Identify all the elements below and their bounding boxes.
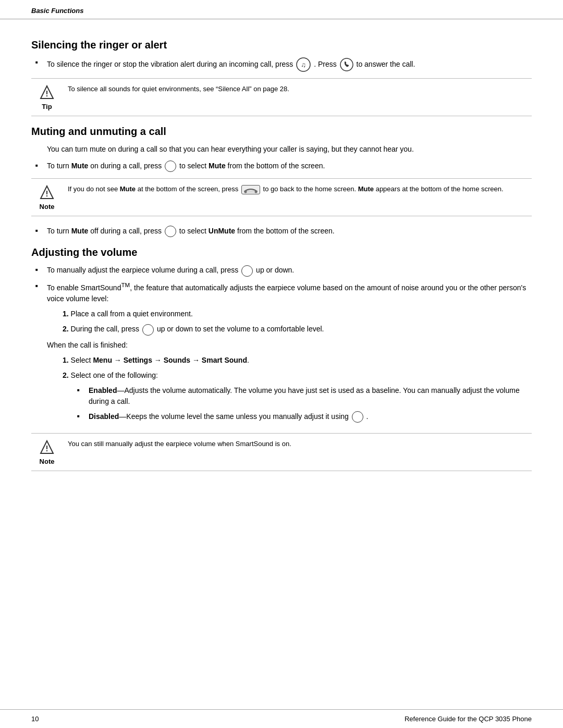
svg-rect-11 (244, 190, 258, 193)
tip-text: To silence all sounds for quiet environm… (68, 84, 532, 94)
mute-off-text-after: to select UnMute from the bottom of the … (179, 227, 335, 235)
sub-bullets: Enabled—Adjusts the volume automatically… (31, 385, 532, 423)
nav-icon-disabled (352, 411, 363, 423)
tip-symbol-icon (39, 84, 55, 103)
silence-text-middle: . Press (314, 60, 338, 68)
when-text: When the call is finished: (31, 340, 532, 351)
disabled-text-after: . (364, 412, 369, 421)
page-number: 10 (31, 715, 39, 723)
section-muting-off: To turn Mute off during a call, press to… (31, 226, 532, 237)
silencing-bullets: To silence the ringer or stop the vibrat… (31, 57, 532, 72)
svg-point-5 (46, 95, 47, 96)
note1-bold2: Mute (358, 185, 374, 193)
step2-2-label: 2. (63, 371, 69, 379)
silence-text-after: to answer the call. (357, 60, 415, 68)
mute-on-text-after: to select Mute from the bottom of the sc… (179, 162, 325, 170)
mute-on-text-before: To turn Mute on during a call, press (47, 162, 164, 170)
silencing-title: Silencing the ringer or alert (31, 39, 532, 51)
page-header: Basic Functions (0, 0, 563, 19)
volume-bullets: To manually adjust the earpiece volume d… (31, 265, 532, 304)
trademark: TM (121, 282, 130, 289)
step2-text-before: During the call, press (71, 325, 141, 333)
note-box-1: Note If you do not see Mute at the botto… (31, 178, 532, 216)
page-footer: 10 Reference Guide for the QCP 3035 Phon… (0, 709, 563, 728)
ringer-stop-icon: ♫ (296, 60, 313, 68)
step2-2-text: Select one of the following: (71, 371, 158, 379)
page-content: Silencing the ringer or alert To silence… (0, 19, 563, 709)
mute-bold2: Mute (209, 162, 226, 170)
volume-title: Adjusting the volume (31, 246, 532, 258)
note-box-2: Note You can still manually adjust the e… (31, 433, 532, 471)
vol-smart-bullet: To enable SmartSoundTM, the feature that… (31, 281, 532, 305)
enabled-bullet: Enabled—Adjusts the volume automatically… (73, 385, 532, 407)
nav-icon-vol-manual (241, 265, 253, 277)
mute-off-bullet: To turn Mute off during a call, press to… (31, 226, 532, 237)
vol-manual-text-after: up or down. (256, 266, 294, 274)
section-volume: Adjusting the volume To manually adjust … (31, 246, 532, 423)
enabled-text: —Adjusts the volume automatically. The v… (89, 386, 520, 405)
vol-step-1: 1. Place a call from a quiet environment… (63, 309, 532, 319)
tip-box: Tip To silence all sounds for quiet envi… (31, 78, 532, 116)
note-symbol-icon-1 (39, 184, 55, 203)
note-text-2: You can still manually adjust the earpie… (68, 439, 532, 449)
note-icon-container-2: Note (31, 439, 63, 465)
disabled-bold: Disabled (89, 412, 119, 421)
mute-bold1: Mute (71, 162, 89, 170)
step1-label: 1. (63, 310, 69, 318)
section-muting: Muting and unmuting a call You can turn … (31, 126, 532, 172)
nav-icon-step2 (142, 324, 154, 336)
mute-off-text: To turn Mute off during a call, press (47, 227, 164, 235)
nav-icon-mute-off (165, 226, 176, 237)
svg-point-8 (46, 195, 47, 196)
vol-step2-2: 2. Select one of the following: (63, 370, 532, 381)
vol-manual-bullet: To manually adjust the earpiece volume d… (31, 265, 532, 276)
vol-smart-text: To enable SmartSoundTM, the feature that… (47, 283, 526, 303)
mute-off-bold1: Mute (71, 227, 89, 235)
note-label-1: Note (40, 203, 55, 211)
volume-steps-1: 1. Place a call from a quiet environment… (31, 309, 532, 335)
mute-on-bullet: To turn Mute on during a call, press to … (31, 161, 532, 172)
muting-body: You can turn mute on during a call so th… (31, 144, 532, 155)
talk-icon (340, 58, 353, 71)
muting-bullets: To turn Mute on during a call, press to … (31, 161, 532, 172)
silence-bullet: To silence the ringer or stop the vibrat… (31, 57, 532, 72)
footer-right-text: Reference Guide for the QCP 3035 Phone (405, 715, 532, 723)
disabled-text-before: —Keeps the volume level the same unless … (119, 412, 350, 421)
note-label-2: Note (40, 458, 55, 465)
step2-text-after: up or down to set the volume to a comfor… (157, 325, 324, 333)
volume-steps-2: 1. Select Menu → Settings → Sounds → Sma… (31, 355, 532, 381)
step2-1-label: 1. (63, 356, 69, 364)
note-text-1: If you do not see Mute at the bottom of … (68, 184, 532, 194)
step2-label: 2. (63, 325, 69, 333)
tip-icon-container: Tip (31, 84, 63, 110)
note-icon-container-1: Note (31, 184, 63, 211)
section-silencing: Silencing the ringer or alert To silence… (31, 39, 532, 72)
svg-text:♫: ♫ (301, 61, 306, 69)
muting-off-bullets: To turn Mute off during a call, press to… (31, 226, 532, 237)
disabled-bullet: Disabled—Keeps the volume level the same… (73, 411, 532, 423)
tip-label: Tip (42, 103, 52, 110)
nav-icon-mute-on (165, 161, 176, 172)
header-text: Basic Functions (31, 7, 83, 15)
note-symbol-icon-2 (39, 439, 55, 458)
note1-bold1: Mute (120, 185, 136, 193)
vol-manual-text-before: To manually adjust the earpiece volume d… (47, 266, 240, 274)
step2-1-text: Select Menu → Settings → Sounds → Smart … (71, 356, 249, 364)
silence-text-before: To silence the ringer or stop the vibrat… (47, 60, 293, 68)
svg-point-14 (46, 450, 47, 451)
page: Basic Functions Silencing the ringer or … (0, 0, 563, 728)
muting-title: Muting and unmuting a call (31, 126, 532, 138)
vol-step-2: 2. During the call, press up or down to … (63, 324, 532, 335)
end-call-icon-1 (241, 185, 260, 194)
enabled-bold: Enabled (89, 386, 117, 394)
vol-step2-1: 1. Select Menu → Settings → Sounds → Sma… (63, 355, 532, 366)
menu-path-bold: Menu → Settings → Sounds → Smart Sound (93, 356, 247, 364)
step1-text: Place a call from a quiet environment. (71, 310, 193, 318)
unmute-bold: UnMute (209, 227, 235, 235)
